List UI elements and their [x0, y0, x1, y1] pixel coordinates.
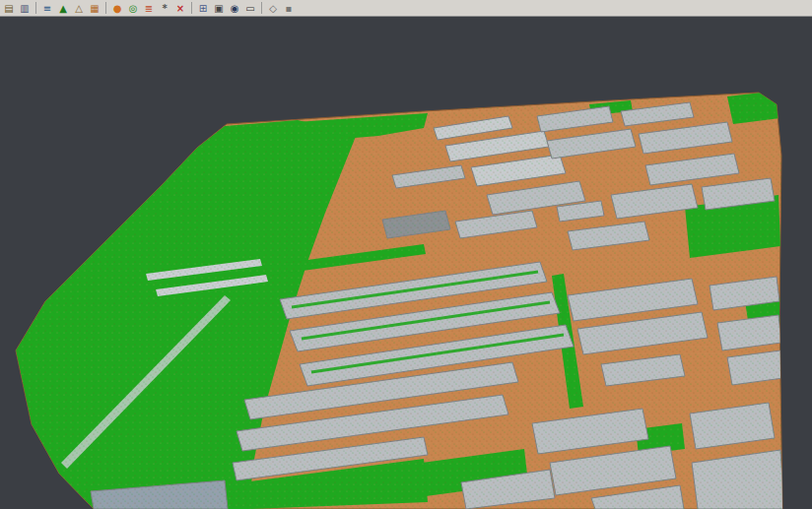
terrain-icon[interactable]: △	[72, 2, 86, 15]
camera-icon[interactable]: ▭	[243, 2, 257, 15]
snapshot-icon[interactable]: ▣	[212, 2, 226, 15]
measure-icon[interactable]: ◇	[266, 2, 280, 15]
orbit-icon[interactable]: ●	[110, 2, 124, 15]
texture-icon[interactable]: ▦	[88, 2, 102, 15]
open-folder-icon[interactable]: ▤	[2, 2, 16, 15]
delete-icon[interactable]: ×	[173, 2, 187, 15]
globe-icon[interactable]: ◉	[228, 2, 241, 15]
layers-icon[interactable]: ≡	[40, 2, 54, 15]
toolbar-separator	[105, 2, 106, 14]
toolbar-separator	[191, 2, 192, 14]
target-icon[interactable]: ◎	[126, 2, 140, 15]
save-icon[interactable]: ▥	[18, 2, 32, 15]
3d-viewport[interactable]	[0, 18, 812, 509]
settings-gear-icon[interactable]: *	[158, 2, 171, 15]
toolbar-separator	[35, 2, 36, 14]
grid-icon[interactable]: ⊞	[196, 2, 210, 15]
point-cloud-render	[0, 18, 812, 509]
toolbar-separator	[261, 2, 262, 14]
main-toolbar: ▤ ▥ ≡ ▲ △ ▦ ● ◎ ≣ * × ⊞ ▣ ◉ ▭ ◇ ▪	[0, 0, 812, 17]
vegetation-icon[interactable]: ▲	[56, 2, 70, 15]
info-icon[interactable]: ▪	[282, 2, 296, 15]
list-icon[interactable]: ≣	[142, 2, 156, 15]
point-speckle-overlay	[0, 18, 812, 509]
